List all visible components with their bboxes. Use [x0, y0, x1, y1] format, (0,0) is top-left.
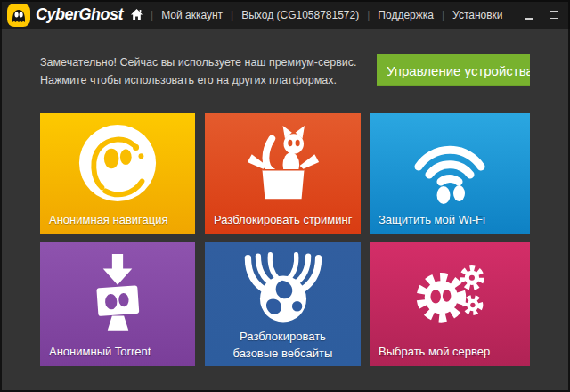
tile-label: Разблокировать базовые вебсайты	[216, 328, 350, 362]
premium-message-line1: Замечательно! Сейчас вы используете наш …	[40, 53, 370, 71]
tile-unblock-streaming[interactable]: Разблокировать стриминг	[205, 113, 361, 234]
gears-icon	[370, 242, 530, 345]
wifi-icon	[370, 113, 530, 213]
cat-in-box-icon	[205, 113, 361, 213]
minimize-icon	[525, 18, 533, 20]
tile-choose-server[interactable]: Выбрать мой сервер	[370, 242, 530, 366]
close-button[interactable]: ✕	[566, 0, 570, 29]
home-button[interactable]	[123, 8, 151, 21]
home-icon	[130, 8, 143, 21]
cyberghost-logo-icon	[7, 4, 30, 27]
tile-anonymous-torrent[interactable]: Анонимный Torrent	[40, 242, 195, 366]
app-logo: CyberGhost	[7, 4, 123, 27]
tile-label: Защитить мой Wi-Fi	[379, 211, 523, 228]
tile-anonymous-browsing[interactable]: Анонимная навигация	[40, 113, 195, 234]
premium-message: Замечательно! Сейчас вы используете наш …	[40, 53, 370, 89]
titlebar: CyberGhost | Мой аккаунт | Выход (CG1058…	[0, 0, 570, 29]
tile-label: Анонимный Torrent	[49, 343, 188, 360]
winged-globe-icon	[205, 242, 361, 332]
titlebar-nav: | Мой аккаунт | Выход (CG1058781572) | П…	[123, 0, 570, 29]
tile-label: Разблокировать стриминг	[214, 211, 354, 228]
minimize-button[interactable]	[517, 0, 542, 29]
nav-support[interactable]: Поддержка	[370, 9, 442, 21]
premium-message-line2: Нажмите чтобы использовать его на других…	[40, 71, 370, 89]
tile-unblock-websites[interactable]: Разблокировать базовые вебсайты	[205, 242, 361, 366]
tile-protect-wifi[interactable]: Защитить мой Wi-Fi	[370, 113, 530, 234]
manage-devices-button[interactable]: Управление устройства	[377, 54, 530, 86]
ghost-circle-icon	[40, 113, 195, 213]
maximize-icon	[550, 11, 558, 19]
app-title: CyberGhost	[36, 5, 123, 24]
tile-label: Выбрать мой сервер	[379, 343, 523, 360]
nav-logout[interactable]: Выход (CG1058781572)	[233, 9, 367, 21]
nav-settings[interactable]: Установки	[444, 9, 510, 21]
nav-my-account[interactable]: Мой аккаунт	[153, 9, 231, 21]
maximize-button[interactable]	[542, 0, 566, 29]
download-monitor-icon	[40, 242, 195, 345]
tile-label: Анонимная навигация	[49, 211, 188, 228]
window-controls: ✕	[517, 0, 570, 29]
